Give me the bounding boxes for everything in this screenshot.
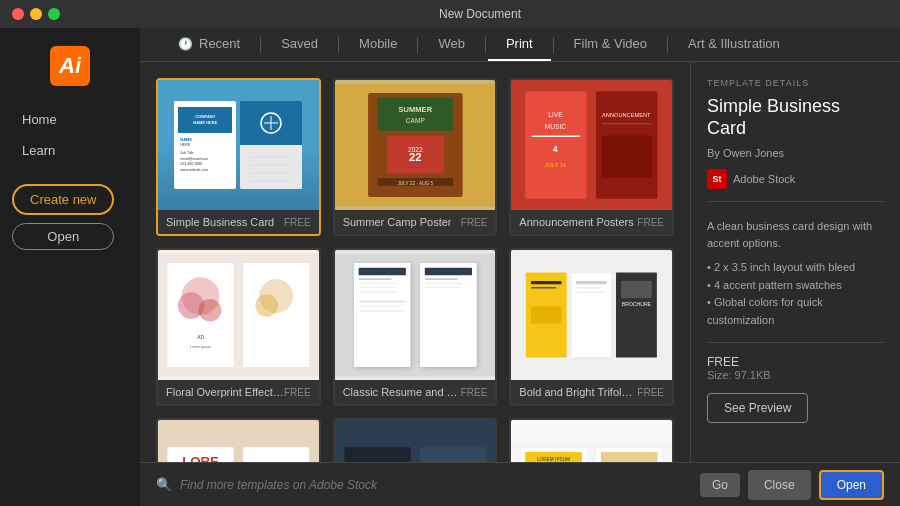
svg-text:SUMMER: SUMMER — [398, 105, 432, 114]
panel-source: St Adobe Stock — [707, 169, 884, 189]
adobe-stock-badge: St — [707, 169, 727, 189]
tab-bar: 🕐 Recent Saved Mobile Web Print Film & V… — [140, 28, 900, 62]
bottom-actions: Close Open — [748, 470, 884, 500]
app-logo: Ai — [50, 46, 90, 86]
svg-rect-24 — [532, 136, 580, 137]
template-thumb-simple-bc: COMPANYNAME HERE NAME HERE Job Title ema… — [158, 80, 319, 210]
tab-film[interactable]: Film & Video — [556, 28, 665, 61]
template-badge-announcement: FREE — [637, 217, 664, 228]
panel-price-row: FREE Size: 97.1KB — [707, 355, 884, 381]
svg-rect-75 — [420, 447, 486, 462]
tab-separator-6 — [667, 37, 668, 53]
template-badge-simple-bc: FREE — [284, 217, 311, 228]
template-name-summer-camp: Summer Camp Poster — [343, 216, 452, 228]
close-traffic-light[interactable] — [12, 8, 24, 20]
open-button[interactable]: Open — [12, 223, 114, 250]
svg-rect-47 — [358, 291, 398, 292]
svg-rect-74 — [344, 447, 410, 462]
panel-template-title: Simple Business Card — [707, 96, 884, 139]
template-badge-trifold: FREE — [637, 387, 664, 398]
title-bar: New Document — [0, 0, 900, 28]
bottom-bar: 🔍 Go Close Open — [140, 462, 900, 506]
template-card-floral[interactable]: AD Lorem ipsum Floral Overprint Effect F… — [156, 248, 321, 406]
tab-art[interactable]: Art & Illustration — [670, 28, 798, 61]
source-name: Adobe Stock — [733, 173, 795, 185]
dialog-close-button[interactable]: Close — [748, 470, 811, 500]
svg-rect-57 — [571, 272, 612, 357]
panel-price: FREE — [707, 355, 884, 369]
traffic-lights — [0, 8, 60, 20]
tab-saved[interactable]: Saved — [263, 28, 336, 61]
template-thumb-trifold: BROCHURE — [511, 250, 672, 380]
bc-back-card — [240, 101, 302, 189]
dialog-open-button[interactable]: Open — [819, 470, 884, 500]
svg-text:BROCHURE: BROCHURE — [622, 301, 652, 307]
svg-rect-48 — [358, 301, 405, 302]
template-thumb-resume — [335, 250, 496, 380]
template-card-resume[interactable]: Classic Resume and Cover Letter... FREE — [333, 248, 498, 406]
minimize-traffic-light[interactable] — [30, 8, 42, 20]
svg-text:JULY 22 - AUG 5: JULY 22 - AUG 5 — [397, 181, 433, 186]
tab-print[interactable]: Print — [488, 28, 551, 61]
svg-rect-51 — [424, 268, 471, 276]
panel-divider-2 — [707, 342, 884, 343]
svg-rect-32 — [243, 263, 309, 367]
template-card-lore[interactable]: LORE — [156, 418, 321, 462]
template-card-trifold[interactable]: BROCHURE Bold and Bright Trifold Brochur… — [509, 248, 674, 406]
template-badge-summer-camp: FREE — [461, 217, 488, 228]
main-area: 🕐 Recent Saved Mobile Web Print Film & V… — [140, 28, 900, 506]
maximize-traffic-light[interactable] — [48, 8, 60, 20]
svg-rect-52 — [424, 278, 457, 280]
sidebar-nav: Home Learn — [0, 106, 140, 164]
sidebar-item-home[interactable]: Home — [12, 106, 128, 133]
sidebar-item-learn[interactable]: Learn — [12, 137, 128, 164]
template-thumb-lorem: LOREM IPSUM — [511, 420, 672, 462]
template-card-lorem[interactable]: LOREM IPSUM — [509, 418, 674, 462]
template-card-summer-camp[interactable]: SUMMER CAMP 2022 22 JULY 22 - AUG 5 — [333, 78, 498, 236]
template-area: COMPANYNAME HERE NAME HERE Job Title ema… — [140, 62, 900, 462]
app-container: Ai Home Learn Create new Open 🕐 Recent S… — [0, 28, 900, 506]
svg-text:CAMP: CAMP — [405, 117, 425, 124]
tab-mobile[interactable]: Mobile — [341, 28, 415, 61]
svg-rect-49 — [358, 306, 401, 307]
tab-recent[interactable]: 🕐 Recent — [160, 28, 258, 61]
svg-rect-63 — [576, 287, 602, 289]
svg-text:ANNOUNCEMENT: ANNOUNCEMENT — [602, 112, 651, 118]
sidebar-actions: Create new Open — [0, 184, 126, 250]
svg-text:JULY 14: JULY 14 — [545, 162, 566, 168]
svg-rect-69 — [243, 447, 309, 462]
svg-rect-59 — [531, 281, 562, 284]
go-button[interactable]: Go — [700, 473, 740, 497]
template-card-date[interactable]: 28.12.2022 EVENT POSTER — [333, 418, 498, 462]
template-thumb-announcement: LIVE MUSIC 4 JULY 14 ANNOUNCEMENT — [511, 80, 672, 210]
template-name-trifold: Bold and Bright Trifold Brochure ... — [519, 386, 637, 398]
template-card-announcement[interactable]: LIVE MUSIC 4 JULY 14 ANNOUNCEMENT — [509, 78, 674, 236]
template-card-simple-bc[interactable]: COMPANYNAME HERE NAME HERE Job Title ema… — [156, 78, 321, 236]
search-icon: 🔍 — [156, 477, 172, 492]
panel-description: A clean business card design with accent… — [707, 218, 884, 251]
see-preview-button[interactable]: See Preview — [707, 393, 808, 423]
panel-divider-1 — [707, 201, 884, 202]
search-wrapper: 🔍 Go — [156, 473, 740, 497]
template-label-announcement: Announcement Posters FREE — [511, 210, 672, 234]
window-title: New Document — [60, 7, 900, 21]
template-label-resume: Classic Resume and Cover Letter... FREE — [335, 380, 496, 404]
tab-separator-4 — [485, 37, 486, 53]
svg-text:22: 22 — [409, 151, 422, 163]
panel-bullet-1: 2 x 3.5 inch layout with bleed — [707, 259, 884, 277]
bc-front-card: COMPANYNAME HERE NAME HERE Job Title ema… — [174, 101, 236, 189]
template-label-summer-camp: Summer Camp Poster FREE — [335, 210, 496, 234]
sidebar: Ai Home Learn Create new Open — [0, 28, 140, 506]
tab-web[interactable]: Web — [420, 28, 483, 61]
svg-rect-43 — [358, 268, 405, 276]
svg-rect-88 — [601, 452, 658, 462]
template-name-announcement: Announcement Posters — [519, 216, 633, 228]
svg-rect-64 — [576, 291, 604, 293]
create-new-button[interactable]: Create new — [12, 184, 114, 215]
template-search-input[interactable] — [180, 478, 692, 492]
template-name-floral: Floral Overprint Effect Flyers Set — [166, 386, 284, 398]
template-thumb-date: 28.12.2022 EVENT POSTER — [335, 420, 496, 462]
svg-text:AD: AD — [197, 335, 204, 340]
template-grid: COMPANYNAME HERE NAME HERE Job Title ema… — [156, 78, 674, 462]
template-grid-container: COMPANYNAME HERE NAME HERE Job Title ema… — [140, 62, 690, 462]
